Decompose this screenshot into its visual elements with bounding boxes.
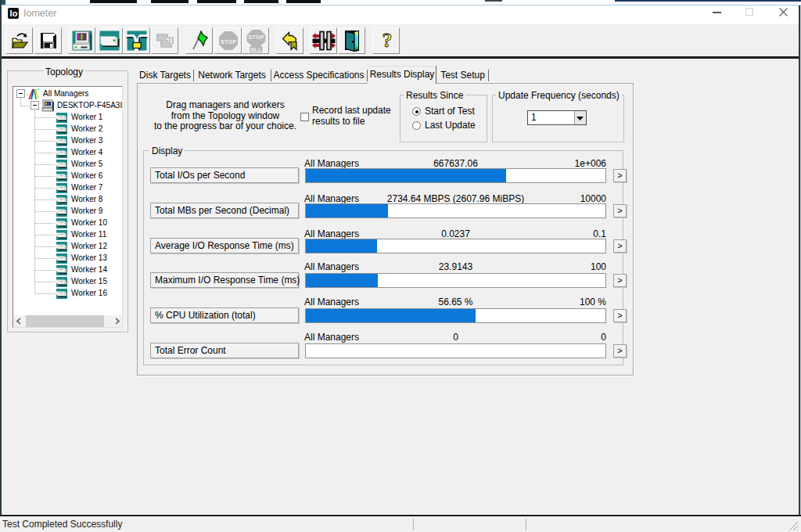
- svg-text:?: ?: [382, 30, 392, 52]
- svg-text:ALL: ALL: [250, 46, 262, 52]
- svg-text:STOP: STOP: [248, 34, 264, 41]
- svg-text:STOP: STOP: [220, 38, 235, 45]
